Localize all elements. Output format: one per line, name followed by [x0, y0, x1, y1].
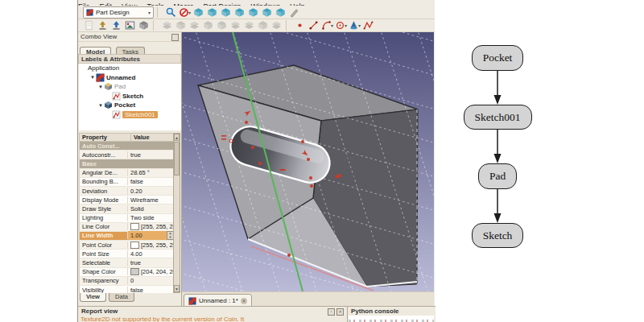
- expander-icon[interactable]: ▼: [89, 75, 96, 80]
- tree-item-pocket[interactable]: ▼Pocket: [79, 101, 181, 110]
- python-console-panel: Python console: [347, 306, 436, 322]
- property-row-display-mode[interactable]: Display ModeWireframe: [80, 196, 174, 204]
- scroll-down-icon[interactable]: ▼: [174, 285, 180, 292]
- report-warning-text: Texture2D not supported by the current v…: [80, 316, 338, 322]
- mirrored-icon[interactable]: [257, 19, 269, 31]
- tree-item-sketch001[interactable]: Sketch001: [79, 110, 181, 120]
- image-icon[interactable]: [124, 19, 136, 31]
- 3d-viewport[interactable]: [182, 32, 434, 291]
- pocket-icon: [104, 101, 113, 109]
- property-name: Angular De...: [80, 169, 128, 176]
- float-panel-icon[interactable]: [171, 34, 179, 41]
- scroll-up-icon[interactable]: ▲: [174, 134, 180, 141]
- property-row-lighting[interactable]: LightingTwo side: [80, 214, 174, 223]
- close-icon[interactable]: ✕: [241, 298, 247, 304]
- property-value: false: [130, 178, 143, 185]
- polyline-icon[interactable]: [362, 19, 374, 31]
- pad-icon[interactable]: [161, 19, 173, 31]
- measure-icon[interactable]: [288, 6, 300, 19]
- graph-node-pad[interactable]: Pad: [478, 163, 517, 189]
- property-value: [204, 204, 204]: [141, 268, 174, 275]
- box-icon[interactable]: [138, 19, 150, 31]
- property-row-point-color[interactable]: Point Color[255, 255, 255]: [80, 241, 174, 250]
- tab-view[interactable]: View: [80, 293, 106, 302]
- point-icon[interactable]: [294, 19, 306, 31]
- right-view-icon[interactable]: [233, 6, 246, 19]
- bottom-view-icon[interactable]: [261, 6, 273, 19]
- pattern-icon[interactable]: [270, 19, 283, 31]
- value-column: Value: [131, 134, 150, 141]
- tree-item-label: Sketch: [122, 93, 143, 100]
- toolbar-view: Part Design ▾ ▾: [78, 6, 435, 19]
- tree-item-label: Pocket: [114, 101, 135, 109]
- left-view-icon[interactable]: [275, 6, 287, 19]
- graph-arrow: [493, 71, 502, 105]
- property-row-deviation[interactable]: Deviation0.20: [80, 187, 174, 196]
- tree-item-pad[interactable]: ▼Pad: [79, 82, 181, 92]
- new-sketch-icon[interactable]: [83, 19, 95, 31]
- arc-icon[interactable]: ▾: [321, 19, 333, 31]
- property-value: Solid: [130, 205, 144, 213]
- tree-item-label: Pad: [114, 83, 126, 90]
- property-row-point-size[interactable]: Point Size4.00: [80, 250, 174, 258]
- fillet-icon[interactable]: [216, 19, 228, 31]
- property-row-selectable[interactable]: Selectabletrue: [80, 258, 174, 267]
- chamfer-icon[interactable]: [229, 19, 242, 31]
- fit-all-icon[interactable]: [165, 6, 177, 19]
- tree-item-sketch[interactable]: Sketch: [79, 92, 181, 101]
- graph-node-sketch[interactable]: Sketch: [472, 223, 524, 249]
- export-icon[interactable]: [97, 19, 109, 31]
- circle-icon[interactable]: ▾: [335, 19, 347, 31]
- property-row-visibility[interactable]: Visibilityfalse: [80, 286, 174, 293]
- revolve-icon[interactable]: [175, 19, 187, 31]
- property-header: Property Value: [79, 133, 174, 142]
- graph-arrow: [493, 130, 502, 163]
- freecad-window: FileEditViewToolsMacroPart DesignWindows…: [77, 0, 435, 322]
- pocket-icon[interactable]: [188, 19, 200, 31]
- property-name: Selectable: [80, 259, 128, 266]
- workbench-selector[interactable]: Part Design ▾: [83, 6, 154, 19]
- property-scrollbar[interactable]: ▲ ▼: [173, 133, 180, 293]
- groove-icon[interactable]: [202, 19, 214, 31]
- expander-icon[interactable]: ▼: [97, 85, 104, 89]
- tree-item-unnamed[interactable]: ▼Unnamed: [79, 73, 181, 83]
- chevron-down-icon: ▾: [148, 10, 151, 15]
- toolbar-separator: [286, 20, 291, 31]
- property-column: Property: [80, 134, 131, 141]
- float-panel-icon[interactable]: ▫: [328, 308, 335, 316]
- line-icon[interactable]: [308, 19, 320, 31]
- rear-view-icon[interactable]: [247, 6, 259, 19]
- property-row-autoconstr-[interactable]: Autoconstr...true: [80, 151, 174, 159]
- property-row-angular-de-[interactable]: Angular De...28.65 °: [80, 169, 174, 178]
- tree-item-application[interactable]: Application: [79, 64, 181, 73]
- draft-icon[interactable]: [243, 19, 255, 31]
- axonometric-view-icon[interactable]: [192, 6, 204, 19]
- conics-icon[interactable]: ▾: [349, 19, 361, 31]
- 3d-viewport-scene: [182, 32, 434, 291]
- import-icon[interactable]: [110, 19, 122, 31]
- property-row-bounding-b-[interactable]: Bounding B...false: [80, 178, 174, 187]
- front-view-icon[interactable]: [206, 6, 218, 19]
- scrollbar-thumb[interactable]: [174, 142, 180, 175]
- expander-icon[interactable]: ▼: [97, 103, 104, 108]
- top-view-icon[interactable]: [220, 6, 232, 19]
- property-row-line-color[interactable]: Line Color[255, 255, 255]: [80, 223, 174, 232]
- color-swatch: [130, 223, 139, 230]
- property-row-line-width[interactable]: Line Width1.00▲▼: [80, 232, 174, 241]
- graph-node-sketch001[interactable]: Sketch001: [464, 105, 532, 130]
- property-row-shape-color[interactable]: Shape Color[204, 204, 204]: [80, 268, 174, 277]
- report-view-title: Report view: [78, 307, 347, 316]
- close-panel-icon[interactable]: ✕: [336, 308, 344, 316]
- property-name: Point Size: [80, 250, 128, 258]
- draw-style-icon[interactable]: ▾: [179, 6, 191, 19]
- tree-item-label: Sketch001: [122, 111, 158, 118]
- python-console-body[interactable]: [349, 316, 434, 322]
- property-name: Line Width: [80, 232, 128, 239]
- tab-data[interactable]: Data: [109, 293, 134, 302]
- property-name: Shape Color: [80, 268, 128, 275]
- graph-node-pocket[interactable]: Pocket: [472, 45, 524, 71]
- property-row-draw-style[interactable]: Draw StyleSolid: [80, 204, 174, 213]
- property-row-transparency[interactable]: Transparency0: [80, 277, 174, 286]
- property-value: [255, 255, 255]: [141, 223, 174, 230]
- tree-header: Labels & Attributes: [78, 54, 181, 64]
